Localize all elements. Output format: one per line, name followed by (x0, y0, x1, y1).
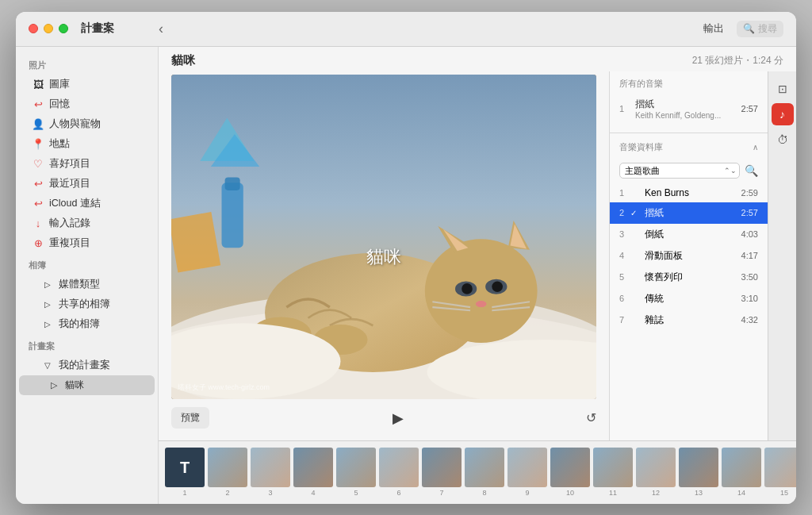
track-name: 倒紙 (642, 228, 741, 241)
sidebar-label-memories: 回憶 (49, 98, 70, 111)
sidebar-item-favorites[interactable]: ♡ 喜好項目 (19, 154, 155, 174)
timeline-slide[interactable]: 12 (636, 448, 676, 497)
track-num: 7 (619, 315, 630, 325)
sidebar-label-library: 圖庫 (49, 78, 70, 91)
track-num: 1 (619, 188, 630, 198)
sidebar-item-recent[interactable]: ↩ 最近項目 (19, 174, 155, 194)
music-track-item[interactable]: 5 懷舊列印 3:50 (610, 267, 768, 288)
timeline-strip: T 1 2 3 4 5 6 7 8 9 10 11 12 13 14 (159, 440, 796, 504)
clock-tab[interactable]: ⏱ (772, 129, 794, 151)
music-controls: 主題歌曲 ⌃⌄ 🔍 (610, 158, 768, 183)
export-label[interactable]: 輸出 (703, 21, 724, 36)
timeline-thumb (764, 448, 796, 487)
minimize-button[interactable] (44, 24, 53, 33)
current-track-artist: Keith Kenniff, Goldeng... (635, 111, 741, 120)
timeline-slide[interactable]: 5 (336, 448, 376, 497)
timeline-thumb (550, 448, 590, 487)
timeline-slide-num: 15 (780, 489, 788, 497)
music-track-item[interactable]: 1 Ken Burns 2:59 (610, 183, 768, 202)
timeline-slide-num: 6 (396, 489, 400, 497)
import-icon: ↓ (32, 217, 44, 229)
loop-button[interactable]: ↺ (586, 410, 596, 425)
timeline-slide-num: 11 (609, 489, 617, 497)
timeline-slide-num: 4 (311, 489, 315, 497)
recent-icon: ↩ (32, 177, 44, 190)
video-preview[interactable]: 貓咪 塔科女子 www.tech-girlz.com (171, 75, 596, 399)
timeline-slide[interactable]: 7 (422, 448, 462, 497)
music-track-item[interactable]: 6 傳統 3:10 (610, 288, 768, 309)
timeline-thumb: T (165, 448, 205, 487)
current-track-num: 1 (619, 104, 630, 113)
sidebar-label-favorites: 喜好項目 (49, 157, 90, 171)
svg-rect-23 (222, 183, 243, 248)
timeline-slide[interactable]: 15 (764, 448, 796, 497)
track-name: 摺紙 (642, 206, 741, 220)
main-area: 貓咪 21 張幻燈片・1:24 分 (159, 47, 796, 504)
music-track-item[interactable]: 2 ✓ 摺紙 2:57 (610, 202, 768, 224)
track-duration: 2:57 (741, 208, 758, 217)
timeline-slide[interactable]: 3 (251, 448, 290, 497)
cat-illustration (171, 75, 596, 399)
timeline-slide-num: 3 (268, 489, 272, 497)
right-tabs: ⊡♪⏱ (768, 71, 796, 440)
track-check-icon: ✓ (630, 209, 642, 217)
bottom-area: T 1 2 3 4 5 6 7 8 9 10 11 12 13 14 (159, 440, 796, 504)
track-num: 2 (619, 208, 630, 217)
sidebar-item-places[interactable]: 📍 地點 (19, 134, 155, 154)
music-tab[interactable]: ♪ (772, 103, 794, 125)
memories-icon: ↩ (32, 98, 44, 110)
sidebar-item-media-types[interactable]: ▷ 媒體類型 (19, 275, 155, 294)
timeline-thumb (422, 448, 462, 487)
timeline-slide[interactable]: T 1 (165, 448, 205, 497)
sidebar-item-my-projects[interactable]: ▽ 我的計畫案 (19, 356, 155, 375)
current-track[interactable]: 1 摺紙 Keith Kenniff, Goldeng... 2:57 (619, 94, 758, 123)
sidebar-label-cats: 貓咪 (65, 379, 84, 392)
timeline-slide[interactable]: 14 (722, 448, 761, 497)
timeline-thumb (336, 448, 376, 487)
sidebar-item-my-albums[interactable]: ▷ 我的相簿 (19, 314, 155, 334)
sidebar-item-icloud[interactable]: ↩ iCloud 連結 (19, 194, 155, 213)
preview-button[interactable]: 預覽 (171, 407, 209, 429)
sidebar-item-duplicates[interactable]: ⊕ 重複項目 (19, 233, 155, 253)
timeline-slide[interactable]: 4 (293, 448, 333, 497)
track-num: 6 (619, 294, 630, 303)
chevron-up-icon[interactable]: ∧ (753, 143, 758, 152)
timeline-slide[interactable]: 11 (593, 448, 633, 497)
timeline-slide[interactable]: 10 (550, 448, 590, 497)
titlebar: ‹ 計畫案 輸出 🔍 搜尋 (16, 12, 796, 47)
track-name: Ken Burns (642, 187, 741, 198)
layout-tab[interactable]: ⊡ (772, 78, 794, 100)
timeline-slide[interactable]: 2 (208, 448, 247, 497)
svg-point-12 (492, 281, 503, 292)
play-button[interactable]: ▶ (385, 405, 411, 431)
sidebar-item-cats[interactable]: ▷ 貓咪 (19, 375, 155, 395)
close-button[interactable] (29, 24, 38, 33)
music-track-item[interactable]: 3 倒紙 4:03 (610, 224, 768, 245)
maximize-button[interactable] (59, 24, 68, 33)
timeline-slide[interactable]: 6 (379, 448, 419, 497)
sidebar-item-shared[interactable]: ▷ 共享的相簿 (19, 294, 155, 314)
my-projects-icon: ▽ (41, 359, 54, 371)
my-albums-icon: ▷ (41, 317, 54, 330)
sidebar-item-library[interactable]: 🖼 圖庫 (19, 75, 155, 94)
sidebar-label-recent: 最近項目 (49, 177, 90, 190)
music-track-item[interactable]: 4 滑動面板 4:17 (610, 245, 768, 267)
sidebar-label-places: 地點 (49, 137, 70, 151)
sidebar-item-memories[interactable]: ↩ 回憶 (19, 94, 155, 114)
timeline-slide[interactable]: 9 (508, 448, 547, 497)
track-name: 懷舊列印 (642, 271, 741, 284)
media-types-icon: ▷ (41, 278, 54, 290)
sidebar-item-import[interactable]: ↓ 輸入記錄 (19, 213, 155, 233)
back-button[interactable]: ‹ (159, 21, 163, 37)
all-music-section: 所有的音樂 1 摺紙 Keith Kenniff, Goldeng... 2:5… (610, 71, 768, 129)
cats-project-icon: ▷ (48, 379, 60, 391)
theme-select[interactable]: 主題歌曲 (619, 163, 740, 179)
timeline-slide[interactable]: 13 (679, 448, 718, 497)
timeline-slide[interactable]: 8 (465, 448, 504, 497)
sidebar-item-people[interactable]: 👤 人物與寵物 (19, 114, 155, 134)
divider-1 (610, 133, 768, 133)
search-box[interactable]: 🔍 搜尋 (737, 21, 783, 37)
people-icon: 👤 (32, 117, 44, 130)
music-search-button[interactable]: 🔍 (745, 164, 758, 177)
music-track-item[interactable]: 7 雜誌 4:32 (610, 309, 768, 331)
